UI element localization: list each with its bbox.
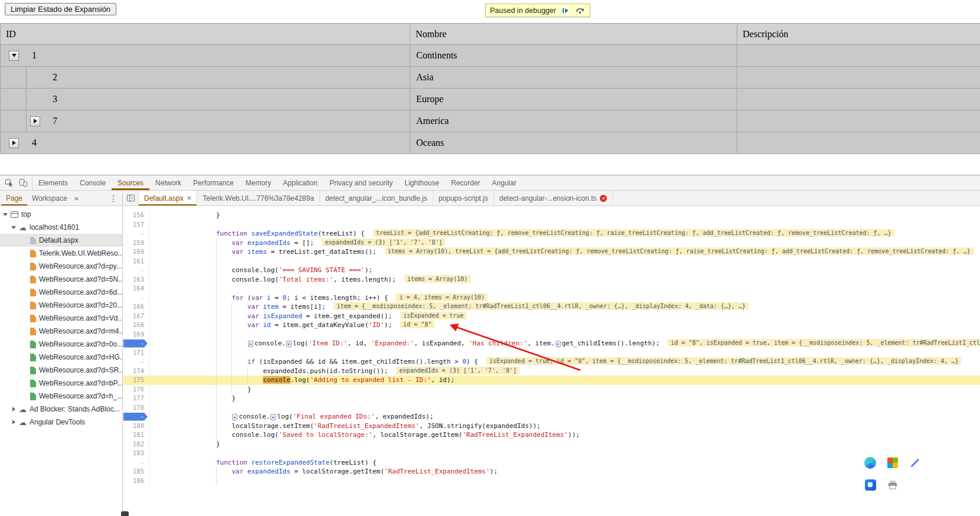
main-tab-recorder[interactable]: Recorder — [445, 175, 486, 190]
inspect-element-icon[interactable] — [2, 176, 16, 190]
gutter-line-number[interactable]: - — [123, 229, 150, 239]
tab-workspace[interactable]: Workspace — [27, 191, 72, 205]
tree-item-webresource-axd-d-h[interactable]: WebResource.axd?d=h_... — [0, 390, 122, 403]
horizontal-scrollbar-thumb[interactable] — [121, 511, 129, 516]
expand-row-button[interactable] — [30, 116, 40, 126]
breakpoint-gutter-marker[interactable]: - — [123, 339, 150, 348]
gutter-line-number[interactable]: 157 — [123, 220, 150, 230]
breakpoint-gutter-marker[interactable]: - — [123, 412, 150, 422]
gutter-line-number[interactable]: 164 — [123, 284, 150, 293]
gutter-line-number[interactable]: 176 — [123, 385, 150, 394]
table-row[interactable]: 3Europe — [1, 89, 980, 110]
main-tab-lighthouse[interactable]: Lighthouse — [398, 175, 445, 190]
gutter-line-number[interactable]: 171 — [123, 348, 150, 358]
gutter-line-number[interactable]: 183 — [123, 449, 150, 458]
gutter-line-number[interactable]: 174 — [123, 367, 150, 376]
tree-item-webresource-axd-d-0o[interactable]: WebResource.axd?d=0o... — [0, 338, 122, 351]
tree-item-webresource-axd-d-bp[interactable]: WebResource.axd?d=bP... — [0, 377, 122, 390]
tree-item-telerik-web-ui-webreso[interactable]: Telerik.Web.UI.WebReso... — [0, 247, 122, 260]
gutter-line-number[interactable]: 169 — [123, 330, 150, 339]
table-row[interactable]: 2Asia — [1, 67, 980, 89]
step-over-icon[interactable] — [575, 5, 586, 16]
gutter-line-number[interactable]: 159 — [123, 239, 150, 248]
inline-breakpoint-icon[interactable]: ▸ — [286, 341, 292, 347]
editor-tab-telerik-web-ui-776-3a78e4289a[interactable]: Telerik.Web.UI....776%3a78e4289a — [197, 191, 320, 205]
chevron-right-icon[interactable] — [11, 407, 16, 412]
gutter-line-number[interactable]: 186 — [123, 476, 150, 486]
expand-row-button[interactable] — [9, 138, 19, 148]
gutter-line-number[interactable]: - — [123, 293, 150, 303]
gutter-line-number[interactable]: 156 — [123, 211, 150, 220]
gutter-line-number[interactable]: 160 — [123, 247, 150, 257]
navigator-toggle-icon[interactable] — [123, 191, 139, 205]
gutter-line-number[interactable]: 163 — [123, 275, 150, 285]
tree-item-top[interactable]: top — [0, 208, 122, 221]
cell-id: 1 — [32, 50, 37, 61]
inline-breakpoint-icon[interactable]: ▸ — [232, 414, 237, 420]
gutter-line-number[interactable]: - — [123, 357, 150, 367]
gutter-line-number[interactable]: 182 — [123, 440, 150, 449]
tree-item-webresource-axd-d-vd[interactable]: WebResource.axd?d=Vd... — [0, 312, 122, 325]
tree-item-default-aspx[interactable]: Default.aspx — [0, 234, 122, 247]
table-row[interactable]: 4Oceans — [1, 132, 980, 154]
tab-page[interactable]: Page — [1, 191, 27, 205]
chevron-right-icon[interactable] — [11, 420, 16, 424]
collapse-row-button[interactable] — [9, 51, 19, 61]
editor-tab-default-aspx[interactable]: Default.aspx× — [139, 191, 197, 205]
tree-item-webresource-axd-d-sr[interactable]: WebResource.axd?d=SR... — [0, 364, 122, 377]
gutter-line-number[interactable]: 161 — [123, 257, 150, 266]
main-tab-console[interactable]: Console — [74, 175, 112, 190]
pen-annotation-icon[interactable] — [908, 456, 922, 470]
printer-icon[interactable] — [886, 478, 900, 492]
main-tab-application[interactable]: Application — [277, 175, 324, 190]
tree-item-webresource-axd-d-5n[interactable]: WebResource.axd?d=5N... — [0, 273, 122, 286]
gutter-line-number[interactable]: 175 — [123, 375, 150, 385]
gutter-line-number[interactable]: 167 — [123, 312, 150, 321]
more-navigator-tabs-icon[interactable]: » — [72, 191, 81, 205]
code-text: console.log('Total items:', items.length… — [150, 275, 980, 285]
debug-value-hint: id = "8", isExpanded = true, item = {__m… — [668, 339, 980, 347]
resume-script-icon[interactable] — [560, 5, 571, 16]
tree-item-webresource-axd-d-6d[interactable]: WebResource.axd?d=6d... — [0, 286, 122, 299]
inline-breakpoint-icon[interactable]: ▸ — [556, 341, 561, 347]
edge-browser-icon[interactable] — [863, 456, 877, 470]
gutter-line-number[interactable]: - — [123, 266, 150, 275]
capture-app-icon[interactable] — [863, 478, 877, 492]
chevron-down-icon[interactable] — [11, 226, 16, 229]
tree-item-angular-devtools[interactable]: ☁Angular DevTools — [0, 416, 122, 429]
main-tab-network[interactable]: Network — [149, 175, 187, 190]
tree-item-webresource-axd-d-py[interactable]: WebResource.axd?d=py... — [0, 260, 122, 273]
tree-item-webresource-axd-d-hg[interactable]: WebResource.axd?d=HG... — [0, 351, 122, 364]
gutter-line-number[interactable]: 177 — [123, 394, 150, 403]
gutter-line-number[interactable]: 168 — [123, 321, 150, 330]
gutter-line-number[interactable]: 185 — [123, 467, 150, 476]
table-row[interactable]: 7America — [1, 110, 980, 132]
tree-item-webresource-axd-d-m4[interactable]: WebResource.axd?d=m4... — [0, 325, 122, 338]
tree-item-ad-blocker-stands-adbloc[interactable]: ☁Ad Blocker: Stands AdBloc... — [0, 403, 122, 416]
editor-tab-detect-angular-ension-icon-ts[interactable]: detect-angular-...ension-icon.ts× — [494, 191, 613, 205]
editor-tab-popups-script-js[interactable]: popups-script.js — [433, 191, 494, 205]
tree-item-webresource-axd-d-20[interactable]: WebResource.axd?d=20... — [0, 299, 122, 312]
inline-breakpoint-icon[interactable]: ▸ — [248, 341, 253, 347]
kebab-menu-icon[interactable]: ⋮ — [104, 191, 122, 205]
gutter-line-number[interactable]: 178 — [123, 403, 150, 413]
gutter-line-number[interactable]: 180 — [123, 422, 150, 431]
main-tab-performance[interactable]: Performance — [187, 175, 240, 190]
gutter-line-number[interactable]: 181 — [123, 430, 150, 440]
tree-item-localhost-41601[interactable]: ☁localhost:41601 — [0, 221, 122, 234]
main-tab-angular[interactable]: Angular — [486, 175, 522, 190]
gutter-line-number[interactable]: - — [123, 458, 150, 468]
close-tab-icon[interactable]: × — [187, 194, 192, 202]
editor-tab-detect-angular-icon-bundle-js[interactable]: detect_angular_...icon_bundle.js — [320, 191, 433, 205]
inline-breakpoint-icon[interactable]: ▸ — [270, 414, 276, 420]
gutter-line-number[interactable]: 166 — [123, 302, 150, 312]
chevron-down-icon[interactable] — [3, 213, 8, 216]
main-tab-sources[interactable]: Sources — [112, 175, 149, 190]
main-tab-elements[interactable]: Elements — [32, 175, 74, 190]
clear-expansion-state-button[interactable]: Limpiar Estado de Expansión — [5, 3, 116, 15]
main-tab-memory[interactable]: Memory — [240, 175, 277, 190]
device-toolbar-icon[interactable] — [16, 176, 30, 190]
table-row[interactable]: 1Continents — [1, 45, 980, 67]
main-tab-privacy-and-security[interactable]: Privacy and security — [324, 175, 398, 190]
microsoft-apps-icon[interactable] — [886, 456, 900, 470]
